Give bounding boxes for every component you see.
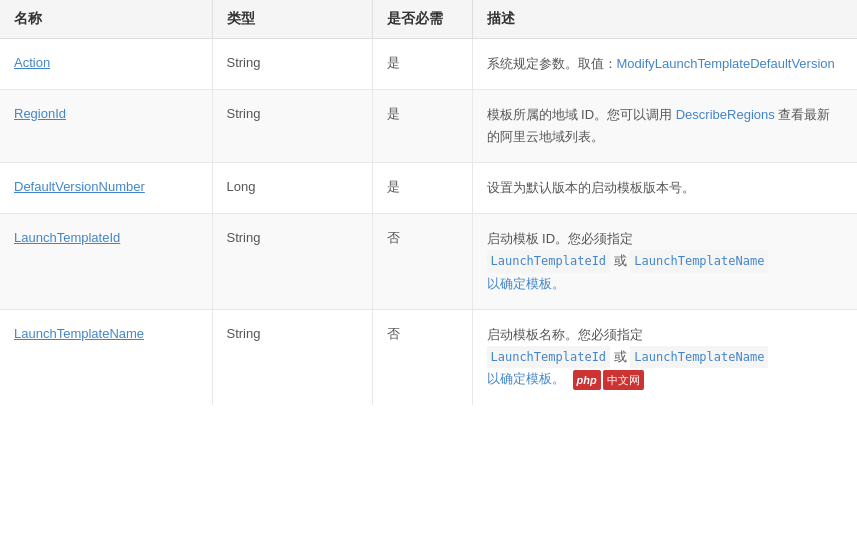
table-row: RegionIdString是模板所属的地域 ID。您可以调用 Describe… (0, 90, 857, 163)
param-type: String (212, 39, 372, 90)
cn-watermark: 中文网 (603, 370, 644, 391)
table-row: LaunchTemplateIdString否启动模板 ID。您必须指定 Lau… (0, 214, 857, 310)
param-name-link[interactable]: LaunchTemplateId (14, 230, 120, 245)
param-description: 模板所属的地域 ID。您可以调用 DescribeRegions 查看最新的阿里… (472, 90, 857, 163)
table-row: LaunchTemplateNameString否启动模板名称。您必须指定 La… (0, 309, 857, 404)
param-required: 是 (372, 39, 472, 90)
param-type: String (212, 214, 372, 310)
header-type: 类型 (212, 0, 372, 39)
table-row: DefaultVersionNumberLong是设置为默认版本的启动模板版本号… (0, 163, 857, 214)
param-name-link[interactable]: LaunchTemplateName (14, 326, 144, 341)
param-required: 是 (372, 163, 472, 214)
header-name: 名称 (0, 0, 212, 39)
param-description: 设置为默认版本的启动模板版本号。 (472, 163, 857, 214)
table-container: 名称 类型 是否必需 描述 ActionString是系统规定参数。取值：Mod… (0, 0, 857, 546)
param-description: 系统规定参数。取值：ModifyLaunchTemplateDefaultVer… (472, 39, 857, 90)
param-description: 启动模板 ID。您必须指定 LaunchTemplateId 或 LaunchT… (472, 214, 857, 310)
param-name-link[interactable]: Action (14, 55, 50, 70)
table-header-row: 名称 类型 是否必需 描述 (0, 0, 857, 39)
param-required: 否 (372, 309, 472, 404)
header-required: 是否必需 (372, 0, 472, 39)
param-name-link[interactable]: DefaultVersionNumber (14, 179, 145, 194)
header-description: 描述 (472, 0, 857, 39)
param-type: String (212, 90, 372, 163)
table-row: ActionString是系统规定参数。取值：ModifyLaunchTempl… (0, 39, 857, 90)
param-type: Long (212, 163, 372, 214)
php-watermark: php (573, 370, 601, 391)
param-type: String (212, 309, 372, 404)
param-description: 启动模板名称。您必须指定 LaunchTemplateId 或 LaunchTe… (472, 309, 857, 404)
param-required: 是 (372, 90, 472, 163)
param-required: 否 (372, 214, 472, 310)
api-params-table: 名称 类型 是否必需 描述 ActionString是系统规定参数。取值：Mod… (0, 0, 857, 405)
param-name-link[interactable]: RegionId (14, 106, 66, 121)
